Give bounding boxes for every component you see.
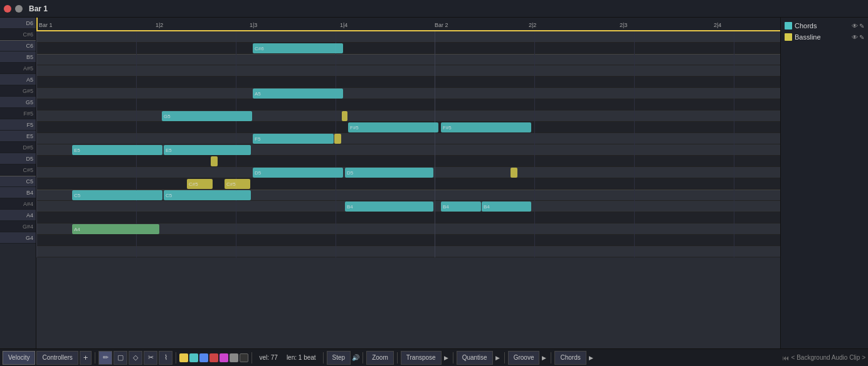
controllers-button[interactable]: Controllers (36, 351, 78, 365)
quantise-arrow-right[interactable]: ▶ (494, 355, 501, 361)
color-gray[interactable] (230, 353, 238, 362)
playhead (36, 18, 38, 30)
piano-roll[interactable]: C#6A5G5F#5F#5F5E5E5D5D5C#5C#5C5C5B4B4B4A… (36, 31, 780, 348)
grid-row-16 (36, 212, 780, 223)
grid-row-9 (36, 133, 780, 144)
piano-key-G#5[interactable]: G#5 (0, 85, 36, 97)
piano-key-C6[interactable]: C6 (0, 40, 36, 51)
audio-label: < Background Audio Clip > (791, 354, 865, 361)
vline-0-0 (36, 31, 37, 257)
note-9[interactable]: E5 (164, 145, 251, 155)
bassline-eye-icon[interactable]: 👁 (852, 34, 858, 41)
note-12[interactable]: D5 (253, 168, 343, 178)
track-bassline[interactable]: Bassline 👁 ✎ (783, 31, 865, 43)
note-0[interactable]: C#6 (253, 43, 343, 53)
piano-key-D5[interactable]: D5 (0, 153, 36, 164)
note-22[interactable]: A4 (72, 224, 159, 234)
track-chords[interactable]: Chords 👁 ✎ (783, 20, 865, 31)
piano-key-A5[interactable]: A5 (0, 74, 36, 85)
color-red[interactable] (209, 353, 218, 362)
grid-row-18 (36, 235, 780, 246)
transpose-button[interactable]: Transpose (401, 351, 442, 365)
piano-key-D6[interactable]: D6 (0, 18, 36, 29)
note-18[interactable]: C5 (164, 190, 251, 200)
vline-1-2 (634, 31, 635, 257)
note-4[interactable]: F#5 (348, 122, 438, 132)
piano-key-G4[interactable]: G4 (0, 232, 36, 244)
brush-tool[interactable]: ⌇ (159, 351, 172, 365)
note-19[interactable]: B4 (345, 202, 433, 212)
chords-arrow-right[interactable]: ▶ (588, 355, 595, 361)
pencil-tool[interactable]: ✏ (98, 351, 112, 365)
piano-key-C#6[interactable]: C#6 (0, 29, 36, 40)
note-6[interactable]: F5 (253, 134, 334, 144)
chords-label: Chords (795, 22, 849, 30)
note-8[interactable]: E5 (72, 145, 162, 155)
piano-key-F#5[interactable]: F#5 (0, 108, 36, 119)
chords-eye-icon[interactable]: 👁 (852, 23, 858, 30)
piano-key-C5[interactable]: C5 (0, 176, 36, 187)
sep1 (95, 352, 95, 363)
minimize-button[interactable] (15, 5, 23, 13)
audio-icon: ⏮ (782, 354, 789, 362)
ruler-bar1: Bar 1 (39, 22, 53, 28)
color-teal[interactable] (189, 353, 198, 362)
transpose-arrow-right[interactable]: ▶ (443, 355, 450, 361)
note-17[interactable]: C5 (72, 190, 162, 200)
chords-bottom-button[interactable]: Chords (554, 351, 586, 365)
piano-key-E5[interactable]: E5 (0, 131, 36, 142)
audio-section: ⏮ < Background Audio Clip > (782, 354, 865, 362)
sep2 (176, 352, 176, 363)
piano-key-F5[interactable]: F5 (0, 119, 36, 131)
grid-row-19 (36, 246, 780, 257)
note-1[interactable]: A5 (253, 89, 343, 99)
bottom-bar: Velocity Controllers + ✏ ▢ ◇ ✂ ⌇ vel: 77… (0, 348, 868, 366)
chords-edit-icon[interactable]: ✎ (859, 23, 864, 30)
add-controller-button[interactable]: + (80, 351, 92, 365)
cut-tool[interactable]: ✂ (144, 351, 157, 365)
note-20[interactable]: B4 (441, 202, 481, 212)
note-15[interactable]: C#5 (187, 179, 213, 189)
note-14[interactable] (511, 168, 517, 178)
piano-key-D#5[interactable]: D#5 (0, 142, 36, 153)
piano-key-A4[interactable]: A4 (0, 210, 36, 221)
note-5[interactable]: F#5 (441, 122, 531, 132)
groove-button[interactable]: Groove (508, 351, 540, 365)
color-purple[interactable] (220, 353, 228, 362)
zoom-button[interactable]: Zoom (366, 351, 394, 365)
piano-key-B4[interactable]: B4 (0, 187, 36, 198)
bassline-edit-icon[interactable]: ✎ (859, 34, 864, 41)
piano-key-G5[interactable]: G5 (0, 97, 36, 108)
note-13[interactable]: D5 (345, 168, 433, 178)
note-2[interactable]: G5 (162, 111, 252, 121)
step-button[interactable]: Step (327, 351, 351, 365)
vline-1-0 (435, 31, 435, 257)
top-bar: Bar 1 (0, 0, 868, 18)
right-panel: Chords 👁 ✎ Bassline 👁 ✎ (780, 18, 868, 348)
note-10[interactable] (211, 156, 218, 166)
note-7[interactable] (334, 134, 341, 144)
color-dark[interactable] (240, 353, 248, 362)
select-tool[interactable]: ▢ (114, 351, 127, 365)
piano-key-G#4[interactable]: G#4 (0, 221, 36, 232)
color-blue[interactable] (199, 353, 208, 362)
grid-row-6 (36, 99, 780, 110)
piano-key-C#5[interactable]: C#5 (0, 164, 36, 176)
note-21[interactable]: B4 (482, 202, 531, 212)
groove-arrow-right[interactable]: ▶ (541, 355, 548, 361)
step-speaker-icon[interactable]: 🔊 (352, 354, 359, 361)
window-title: Bar 1 (29, 4, 48, 13)
chords-icons: 👁 ✎ (852, 23, 864, 30)
grid-row-13 (36, 178, 780, 190)
vline-0-1 (136, 31, 137, 257)
color-yellow[interactable] (179, 353, 188, 362)
piano-key-A#5[interactable]: A#5 (0, 63, 36, 74)
piano-key-B5[interactable]: B5 (0, 51, 36, 63)
erase-tool[interactable]: ◇ (129, 351, 142, 365)
close-button[interactable] (4, 5, 11, 13)
velocity-button[interactable]: Velocity (3, 351, 35, 365)
note-3[interactable] (342, 111, 347, 121)
note-16[interactable]: C#5 (225, 179, 250, 189)
quantise-button[interactable]: Quantise (457, 351, 493, 365)
piano-key-A#4[interactable]: A#4 (0, 198, 36, 210)
